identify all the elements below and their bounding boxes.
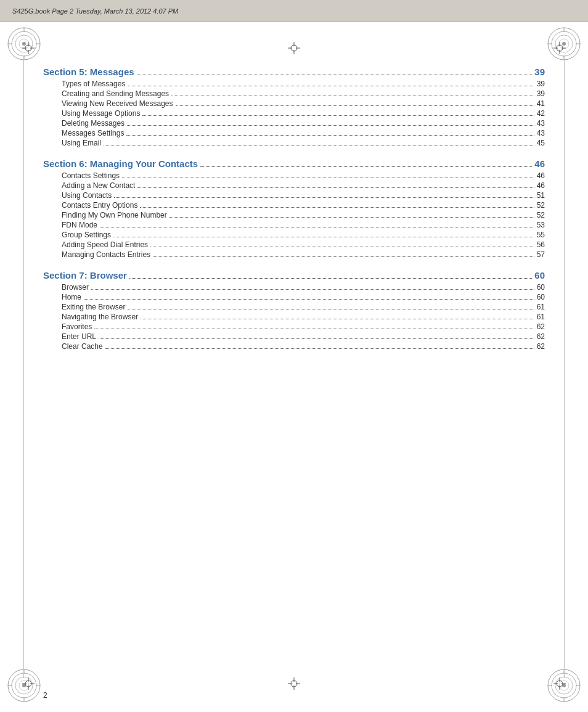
- toc-item-page: 43: [537, 129, 545, 137]
- toc-item-page: 39: [537, 89, 545, 98]
- toc-item-dots: [105, 348, 534, 349]
- crosshair-tm: [288, 42, 300, 54]
- toc-item-page: 62: [537, 332, 545, 341]
- toc-item-page: 43: [537, 119, 545, 128]
- toc-item: Contacts Entry Options52: [43, 201, 545, 210]
- toc-item-label: Exiting the Browser: [62, 303, 125, 311]
- toc-item: Exiting the Browser61: [43, 303, 545, 311]
- toc-item: Enter URL62: [43, 332, 545, 341]
- toc-item: Creating and Sending Messages39: [43, 89, 545, 98]
- toc-item: Using Email45: [43, 139, 545, 147]
- section-page-section6: 46: [534, 158, 545, 169]
- toc-item-label: Viewing New Received Messages: [62, 99, 173, 108]
- toc-item: Home60: [43, 293, 545, 301]
- side-line-right: [564, 55, 565, 678]
- toc-item-label: Managing Contacts Entries: [62, 250, 150, 259]
- toc-item: Using Message Options42: [43, 109, 545, 118]
- toc-item-label: Enter URL: [62, 332, 96, 341]
- toc-item-dots: [104, 145, 534, 145]
- toc-item-label: Adding Speed Dial Entries: [62, 240, 148, 249]
- toc-item-dots: [169, 217, 534, 218]
- toc-item-dots: [126, 135, 534, 136]
- toc-item: Finding My Own Phone Number52: [43, 211, 545, 219]
- toc-item: Using Contacts51: [43, 191, 545, 200]
- section-dots-section5: [137, 75, 533, 75]
- toc-item-dots: [99, 338, 534, 339]
- toc-item-page: 46: [537, 181, 545, 190]
- toc-item-page: 56: [537, 240, 545, 249]
- toc-item-label: Using Contacts: [62, 191, 112, 200]
- toc-content: Section 5: Messages 39Types of Messages3…: [43, 55, 545, 669]
- section-page-section5: 39: [534, 67, 545, 77]
- toc-item-dots: [100, 227, 534, 227]
- toc-item: Browser60: [43, 283, 545, 292]
- toc-item: Adding Speed Dial Entries56: [43, 240, 545, 249]
- section-header-section5: Section 5: Messages 39: [43, 67, 545, 77]
- toc-item-label: Finding My Own Phone Number: [62, 211, 167, 219]
- section-dots-section7: [129, 278, 532, 279]
- crosshair-br: [553, 677, 566, 690]
- toc-item-label: Adding a New Contact: [62, 181, 135, 190]
- header-bar: S425G.book Page 2 Tuesday, March 13, 201…: [0, 0, 588, 22]
- toc-item-page: 52: [537, 211, 545, 219]
- header-text: S425G.book Page 2 Tuesday, March 13, 201…: [12, 7, 178, 15]
- toc-item-page: 62: [537, 322, 545, 331]
- crosshair-tl: [22, 42, 35, 54]
- toc-item-dots: [114, 197, 534, 198]
- toc-item-label: Creating and Sending Messages: [62, 89, 169, 98]
- toc-item-label: Deleting Messages: [62, 119, 125, 128]
- side-line-left: [23, 55, 24, 678]
- toc-item-label: Clear Cache: [62, 342, 103, 351]
- toc-item-dots: [141, 319, 534, 319]
- section-header-section7: Section 7: Browser 60: [43, 270, 545, 280]
- toc-item-dots: [94, 329, 534, 329]
- toc-item: Messages Settings43: [43, 129, 545, 137]
- toc-item-page: 55: [537, 231, 545, 239]
- toc-item-dots: [128, 86, 534, 86]
- toc-item: Clear Cache62: [43, 342, 545, 351]
- toc-item-page: 60: [537, 293, 545, 301]
- toc-item-page: 51: [537, 191, 545, 200]
- section-page-section7: 60: [534, 270, 545, 280]
- page: S425G.book Page 2 Tuesday, March 13, 201…: [0, 0, 588, 712]
- toc-item-label: Using Email: [62, 139, 101, 147]
- toc-item-page: 46: [537, 171, 545, 180]
- toc-item: Viewing New Received Messages41: [43, 99, 545, 108]
- toc-item-dots: [137, 187, 534, 188]
- section-header-section6: Section 6: Managing Your Contacts 46: [43, 158, 545, 169]
- section-title-section7: Section 7: Browser: [43, 270, 127, 280]
- toc-item-dots: [176, 105, 534, 106]
- toc-item: Types of Messages39: [43, 80, 545, 88]
- toc-item-dots: [84, 299, 534, 300]
- toc-item-dots: [122, 178, 534, 178]
- toc-item: Favorites62: [43, 322, 545, 331]
- toc-item-dots: [113, 237, 534, 237]
- toc-item-dots: [142, 115, 534, 116]
- toc-item: FDN Mode53: [43, 221, 545, 229]
- toc-item-label: Home: [62, 293, 81, 301]
- toc-item-label: Navigating the Browser: [62, 313, 138, 321]
- toc-item-page: 41: [537, 99, 545, 108]
- toc-item-dots: [91, 289, 534, 290]
- toc-item-label: Messages Settings: [62, 129, 124, 137]
- crosshair-bm: [288, 677, 300, 690]
- toc-item-dots: [140, 207, 534, 208]
- toc-item-label: Group Settings: [62, 231, 111, 239]
- toc-item-label: Favorites: [62, 322, 92, 331]
- toc-item-page: 53: [537, 221, 545, 229]
- toc-item-dots: [150, 247, 534, 247]
- toc-item: Contacts Settings46: [43, 171, 545, 180]
- toc-item: Managing Contacts Entries57: [43, 250, 545, 259]
- toc-item-page: 62: [537, 342, 545, 351]
- toc-item-dots: [127, 125, 534, 126]
- toc-item: Adding a New Contact46: [43, 181, 545, 190]
- toc-item-dots: [171, 96, 534, 96]
- page-number: 2: [43, 691, 47, 700]
- toc-item-label: Browser: [62, 283, 89, 292]
- toc-item-page: 39: [537, 80, 545, 88]
- toc-item: Deleting Messages43: [43, 119, 545, 128]
- toc-item-label: FDN Mode: [62, 221, 97, 229]
- section-dots-section6: [200, 166, 532, 167]
- toc-item-page: 45: [537, 139, 545, 147]
- toc-item-page: 52: [537, 201, 545, 210]
